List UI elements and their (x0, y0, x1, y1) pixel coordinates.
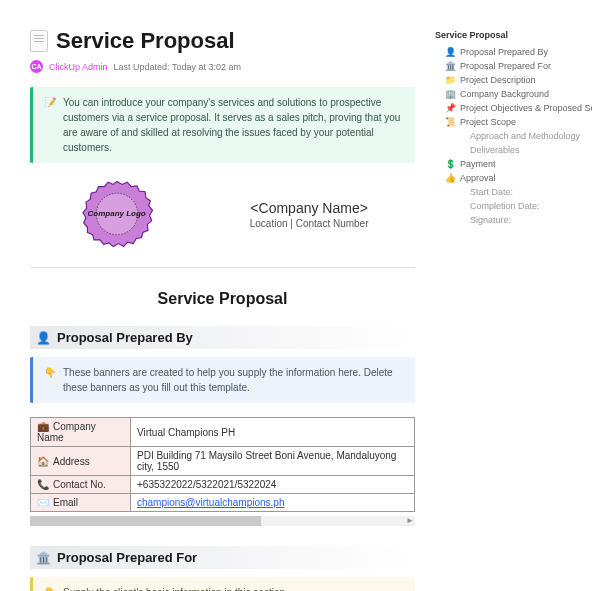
toc-item[interactable]: 🏛️Proposal Prepared For (435, 59, 592, 73)
toc-item[interactable]: Completion Date: (435, 199, 592, 213)
toc-item-label: Payment (460, 159, 496, 169)
toc-item-label: Proposal Prepared By (460, 47, 548, 57)
toc-item[interactable]: Approach and Methodology (435, 129, 592, 143)
table-value-cell[interactable]: PDI Building 71 Maysilo Street Boni Aven… (131, 447, 415, 476)
table-label-cell: 🏠Address (31, 447, 131, 476)
table-value-cell[interactable]: Virtual Champions PH (131, 418, 415, 447)
table-row: 💼Company NameVirtual Champions PH (31, 418, 415, 447)
prepared-for-help-text: Supply the client's basic information in… (63, 585, 285, 591)
table-row: ✉️Emailchampions@virtualchampions.ph (31, 494, 415, 512)
company-info-col: <Company Name> Location | Contact Number (203, 200, 415, 229)
logo-wrap: Company Logo (30, 177, 203, 251)
section-title-prepared-by: Proposal Prepared By (57, 330, 193, 345)
section-title-prepared-for: Proposal Prepared For (57, 550, 197, 565)
toc-item-label: Deliverables (470, 145, 520, 155)
logo-text: Company Logo (88, 210, 146, 219)
note-icon: 📝 (43, 95, 57, 155)
toc-list: 👤Proposal Prepared By🏛️Proposal Prepared… (435, 45, 592, 227)
toc-item[interactable]: Start Date: (435, 185, 592, 199)
company-logo-badge: Company Logo (80, 177, 154, 251)
toc-item[interactable]: 📁Project Description (435, 73, 592, 87)
scroll-thumb[interactable] (30, 516, 261, 526)
toc-item-icon: 📌 (445, 103, 456, 113)
point-down-icon: 👇 (43, 585, 57, 591)
toc-item[interactable]: 📌Project Objectives & Proposed Ser... (435, 101, 592, 115)
meta-row: CA ClickUp Admin Last Updated: Today at … (30, 60, 415, 73)
toc-item[interactable]: 💲Payment (435, 157, 592, 171)
toc-sidebar: Service Proposal 👤Proposal Prepared By🏛️… (435, 0, 600, 227)
intro-banner-text: You can introduce your company's service… (63, 95, 405, 155)
row-icon: 🏠 (37, 456, 49, 467)
intro-banner: 📝 You can introduce your company's servi… (30, 87, 415, 163)
toc-item-label: Approach and Methodology (470, 131, 580, 141)
company-header-row: Company Logo <Company Name> Location | C… (30, 177, 415, 251)
prepared-by-help-banner: 👇 These banners are created to help you … (30, 357, 415, 403)
horizontal-scrollbar[interactable]: ◄ ► (30, 516, 415, 526)
toc-item-label: Company Background (460, 89, 549, 99)
table-row: 🏠AddressPDI Building 71 Maysilo Street B… (31, 447, 415, 476)
table-label-cell: 📞Contact No. (31, 476, 131, 494)
prepared-by-help-text: These banners are created to help you su… (63, 365, 405, 395)
toc-item-label: Proposal Prepared For (460, 61, 551, 71)
toc-item-icon: 📜 (445, 117, 456, 127)
last-updated-label: Last Updated: Today at 3:02 am (114, 62, 241, 72)
person-icon: 👤 (36, 331, 51, 345)
toc-item-label: Project Scope (460, 117, 516, 127)
author-avatar[interactable]: CA (30, 60, 43, 73)
toc-item-label: Start Date: (470, 187, 513, 197)
toc-item-icon: 👍 (445, 173, 456, 183)
prepared-for-help-banner: 👇 Supply the client's basic information … (30, 577, 415, 591)
scroll-right-arrow[interactable]: ► (405, 516, 415, 526)
toc-item-icon: 🏛️ (445, 61, 456, 71)
page-title: Service Proposal (56, 28, 235, 54)
toc-item[interactable]: Signature: (435, 213, 592, 227)
toc-item-label: Signature: (470, 215, 511, 225)
toc-item-icon: 🏢 (445, 89, 456, 99)
toc-title[interactable]: Service Proposal (435, 30, 592, 40)
toc-item[interactable]: 👍Approval (435, 171, 592, 185)
main-content: Service Proposal CA ClickUp Admin Last U… (0, 0, 425, 591)
toc-item-label: Project Description (460, 75, 536, 85)
company-info-table: 💼Company NameVirtual Champions PH🏠Addres… (30, 417, 415, 512)
company-location-placeholder[interactable]: Location | Contact Number (203, 218, 415, 229)
company-name-placeholder[interactable]: <Company Name> (203, 200, 415, 216)
row-icon: ✉️ (37, 497, 49, 508)
proposal-heading: Service Proposal (30, 290, 415, 308)
toc-item-icon: 💲 (445, 159, 456, 169)
toc-item[interactable]: 👤Proposal Prepared By (435, 45, 592, 59)
title-row: Service Proposal (30, 28, 415, 54)
toc-item-label: Project Objectives & Proposed Ser... (460, 103, 592, 113)
table-value-cell[interactable]: +635322022/5322021/5322024 (131, 476, 415, 494)
toc-item[interactable]: 📜Project Scope (435, 115, 592, 129)
email-link[interactable]: champions@virtualchampions.ph (137, 497, 284, 508)
divider (30, 267, 415, 268)
toc-item-icon: 📁 (445, 75, 456, 85)
table-label-cell: ✉️Email (31, 494, 131, 512)
section-head-prepared-for: 🏛️ Proposal Prepared For (30, 546, 415, 569)
toc-item[interactable]: 🏢Company Background (435, 87, 592, 101)
toc-item-icon: 👤 (445, 47, 456, 57)
toc-item-label: Approval (460, 173, 496, 183)
building-icon: 🏛️ (36, 551, 51, 565)
toc-item[interactable]: Deliverables (435, 143, 592, 157)
table-row: 📞Contact No.+635322022/5322021/5322024 (31, 476, 415, 494)
table-label-cell: 💼Company Name (31, 418, 131, 447)
section-head-prepared-by: 👤 Proposal Prepared By (30, 326, 415, 349)
author-name[interactable]: ClickUp Admin (49, 62, 108, 72)
table-value-cell[interactable]: champions@virtualchampions.ph (131, 494, 415, 512)
row-icon: 💼 (37, 421, 49, 432)
point-down-icon: 👇 (43, 365, 57, 395)
toc-item-label: Completion Date: (470, 201, 540, 211)
row-icon: 📞 (37, 479, 49, 490)
document-icon (30, 30, 48, 52)
